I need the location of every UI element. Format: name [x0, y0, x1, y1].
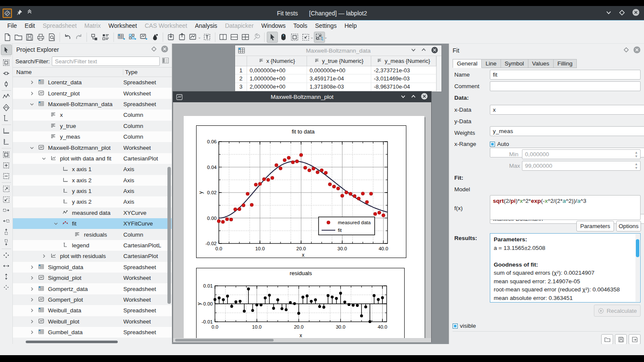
- text-label-icon[interactable]: [202, 32, 213, 43]
- tree-item-y-axis-1[interactable]: y axis 1Axis: [13, 186, 172, 196]
- import-icon[interactable]: [165, 32, 176, 43]
- tab-values[interactable]: Values: [528, 59, 554, 68]
- table-cell[interactable]: -3,011469e-03: [371, 74, 436, 83]
- legend-tool-icon[interactable]: [1, 113, 12, 124]
- open-folder-icon[interactable]: [13, 32, 24, 43]
- shift-left-x-icon[interactable]: [1, 216, 12, 226]
- new-workbook-icon[interactable]: [89, 32, 100, 43]
- worksheet-view[interactable]: 0.010.020.030.040.0-0.020.000.020.040.06…: [173, 102, 431, 342]
- new-matrix-icon[interactable]: [127, 32, 138, 43]
- tree-item-x[interactable]: xColumn: [13, 110, 172, 120]
- scale-auto-x-icon[interactable]: [1, 261, 12, 271]
- tree-item-gumbel_data[interactable]: Gumbel_dataSpreadsheet: [13, 327, 172, 338]
- tree-item-y-axis-2[interactable]: y axis 2Axis: [13, 196, 172, 207]
- minimize-icon[interactable]: [605, 9, 612, 17]
- menu-analysis[interactable]: Analysis: [191, 21, 221, 30]
- dock-float-icon[interactable]: [623, 47, 629, 54]
- new-document-icon[interactable]: [2, 32, 13, 43]
- print-icon[interactable]: [35, 32, 46, 43]
- shift-right-x-icon[interactable]: [1, 205, 12, 216]
- zoom-out-frame-icon[interactable]: [1, 171, 12, 181]
- tree-header-name[interactable]: Name: [13, 69, 123, 75]
- expander-closed-icon[interactable]: [28, 330, 35, 334]
- tab-symbol[interactable]: Symbol: [501, 59, 528, 68]
- table-cell[interactable]: 1,371808e-03: [307, 83, 371, 91]
- expander-open-icon[interactable]: [40, 157, 47, 160]
- scale-fit-icon[interactable]: [1, 282, 12, 293]
- menu-windows[interactable]: Windows: [257, 21, 289, 30]
- xy-equation-curve-icon[interactable]: [1, 102, 12, 113]
- expander-closed-icon[interactable]: [28, 320, 35, 323]
- save-icon[interactable]: [24, 32, 35, 43]
- formula-textedit[interactable]: sqrt(2/pi)*x^2*exp(-x^2/(2*a^2))/a^3: [490, 195, 641, 220]
- tree-item-y_true[interactable]: y_trueColumn: [13, 121, 172, 131]
- horizontal-layout-icon[interactable]: [229, 32, 240, 43]
- tree-item-legend[interactable]: legendCartesianPlotL: [13, 240, 172, 251]
- menu-matrix[interactable]: Matrix: [80, 21, 104, 30]
- expander-closed-icon[interactable]: [28, 265, 35, 269]
- scale-auto-icon[interactable]: [1, 250, 12, 261]
- comment-field[interactable]: [490, 81, 641, 91]
- tree-item-gompertz_data[interactable]: Gompertz_dataSpreadsheet: [13, 283, 172, 294]
- fit-plot[interactable]: 0.010.020.030.040.0-0.020.000.020.040.06…: [196, 125, 406, 258]
- expander-open-icon[interactable]: [28, 146, 35, 150]
- column-header[interactable]: x {Numeric}: [247, 56, 307, 66]
- results-scrollbar[interactable]: [635, 234, 640, 302]
- tree-item-plot-with-residuals[interactable]: plot with residualsCartesianPlot: [13, 251, 172, 261]
- tree-item-lorentz_data[interactable]: Lorentz_dataSpreadsheet: [13, 77, 172, 88]
- zoom-fit-selection-icon[interactable]: [1, 184, 12, 194]
- window-shade-down-icon[interactable]: [411, 47, 416, 54]
- expander-closed-icon[interactable]: [28, 309, 35, 312]
- filter-options-icon[interactable]: [162, 57, 169, 65]
- shift-up-y-icon[interactable]: [1, 226, 12, 237]
- x-axis-tool-icon[interactable]: [1, 126, 12, 136]
- save-as-function-icon[interactable]: [629, 334, 641, 344]
- worksheet-paper[interactable]: 0.010.020.030.040.0-0.020.000.020.040.06…: [184, 116, 424, 342]
- dock-close-icon[interactable]: [633, 46, 641, 55]
- row-number[interactable]: 3: [235, 83, 247, 91]
- expander-closed-icon[interactable]: [28, 80, 35, 84]
- worksheet-window[interactable]: Maxwell-Boltzmann_plot 0.010.020.030.040…: [173, 91, 432, 342]
- menu-edit[interactable]: Edit: [21, 21, 39, 30]
- dock-float-icon[interactable]: [151, 46, 157, 53]
- worksheet-hscrollbar[interactable]: [173, 338, 431, 342]
- max-spinbox[interactable]: 99,000000▲▼: [522, 161, 641, 171]
- scale-auto-y-icon[interactable]: [1, 271, 12, 282]
- load-function-icon[interactable]: [601, 334, 613, 344]
- menu-file[interactable]: File: [3, 21, 21, 30]
- column-header[interactable]: y_true {Numeric}: [307, 56, 371, 66]
- zoom-area-icon[interactable]: [1, 149, 12, 160]
- pin-icon[interactable]: [16, 9, 22, 17]
- options-button[interactable]: Options: [616, 221, 641, 231]
- expander-closed-icon[interactable]: [28, 92, 35, 95]
- new-datapicker-icon[interactable]: [149, 32, 161, 43]
- tree-item-sigmoid_plot[interactable]: Sigmoid_plotWorksheet: [13, 273, 172, 283]
- tree-item-weibull_plot[interactable]: Weibull_plotWorksheet: [13, 316, 172, 327]
- tab-filling[interactable]: Filling: [554, 59, 577, 68]
- tree-item-plot-with-data-and-fit[interactable]: plot with data and fitCartesianPlot: [13, 153, 172, 164]
- auto-checkbox[interactable]: Auto: [490, 141, 509, 147]
- tree-item-x-axis-1[interactable]: x axis 1Axis: [13, 164, 172, 175]
- new-plot-icon[interactable]: [188, 32, 199, 43]
- explorer-hscrollbar[interactable]: [13, 340, 172, 344]
- save-function-icon[interactable]: [615, 334, 627, 344]
- tab-general[interactable]: General: [453, 59, 482, 68]
- window-shade-up-icon[interactable]: [411, 94, 416, 101]
- table-cell[interactable]: 2,000000e+00: [247, 83, 307, 91]
- expander-closed-icon[interactable]: [28, 276, 35, 280]
- tree-item-weibull_data[interactable]: Weibull_dataSpreadsheet: [13, 305, 172, 316]
- explorer-vscrollbar[interactable]: [167, 77, 171, 340]
- window-shade-down-icon[interactable]: [400, 94, 406, 101]
- new-worksheet-icon[interactable]: [138, 32, 149, 43]
- new-spreadsheet-icon[interactable]: [116, 32, 127, 43]
- dock-close-icon[interactable]: [161, 45, 168, 54]
- maximize-icon[interactable]: [619, 9, 625, 17]
- move-horizontal-icon[interactable]: [1, 68, 12, 79]
- print-preview-icon[interactable]: [46, 32, 57, 43]
- new-datasheet-icon[interactable]: [100, 32, 111, 43]
- zoom-fit-in-icon[interactable]: [1, 194, 12, 205]
- spreadsheet-vscrollbar[interactable]: [436, 56, 441, 92]
- expander-closed-icon[interactable]: [40, 254, 47, 258]
- visible-checkbox[interactable]: visible: [453, 323, 476, 329]
- menu-spreadsheet[interactable]: Spreadsheet: [39, 21, 80, 30]
